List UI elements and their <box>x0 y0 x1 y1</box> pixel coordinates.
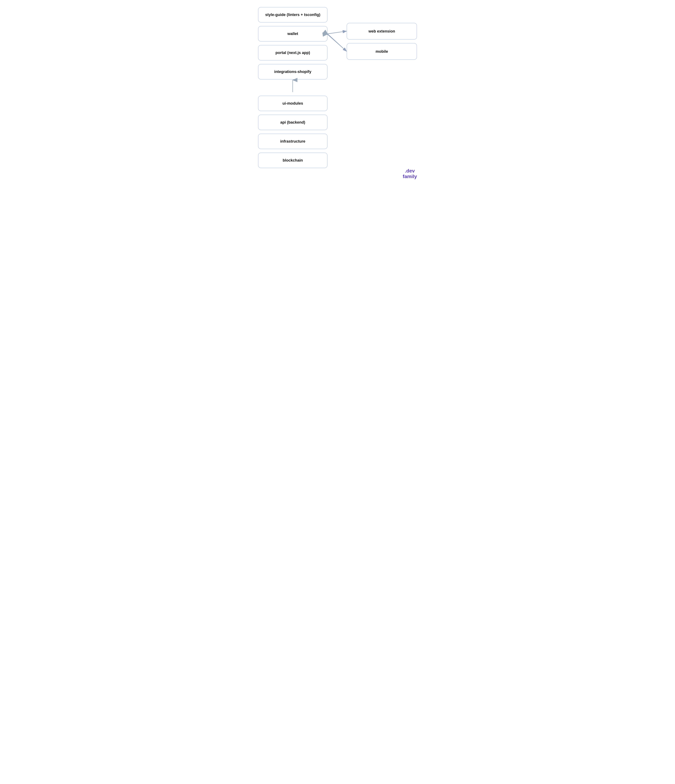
wallet-label: wallet <box>288 31 298 36</box>
svg-line-4 <box>328 34 347 51</box>
style-guide-label: style-guide (linters + tsconfig) <box>265 12 320 17</box>
svg-line-9 <box>328 35 347 51</box>
web-extension-label: web extension <box>369 29 395 34</box>
web-extension-box: web extension <box>347 23 417 40</box>
logo-line2: family <box>403 174 417 179</box>
right-column: web extension mobile <box>347 23 417 60</box>
api-box: api (backend) <box>258 115 328 130</box>
portal-box: portal (next.js app) <box>258 45 328 61</box>
svg-line-3 <box>328 31 347 34</box>
svg-line-8 <box>328 31 347 34</box>
blockchain-box: blockchain <box>258 152 328 168</box>
integrations-shopify-label: integrations-shopify <box>274 70 311 74</box>
infrastructure-box: infrastructure <box>258 134 328 149</box>
ui-modules-label: ui-modules <box>283 101 303 106</box>
logo-text: .dev family <box>403 168 417 179</box>
portal-label: portal (next.js app) <box>275 50 310 55</box>
wallet-box: wallet <box>258 26 328 42</box>
ui-modules-box: ui-modules <box>258 96 328 111</box>
blockchain-label: blockchain <box>283 158 303 163</box>
mobile-box: mobile <box>347 43 417 60</box>
mobile-label: mobile <box>376 49 388 54</box>
infrastructure-label: infrastructure <box>280 139 305 144</box>
integrations-shopify-box: integrations-shopify <box>258 64 328 79</box>
devfamily-logo: .dev family <box>403 168 417 179</box>
diagram-container: style-guide (linters + tsconfig) wallet … <box>247 0 428 187</box>
left-column: style-guide (linters + tsconfig) wallet … <box>258 7 328 172</box>
logo-line1: .dev <box>403 168 417 174</box>
style-guide-box: style-guide (linters + tsconfig) <box>258 7 328 22</box>
api-label: api (backend) <box>280 120 305 124</box>
